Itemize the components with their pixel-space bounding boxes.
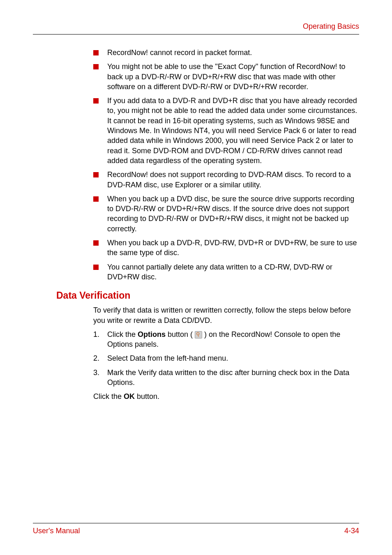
footer-left: User's Manual	[33, 527, 80, 535]
bullet-item: You cannot partially delete any data wri…	[93, 262, 359, 282]
page-header: Operating Basics	[33, 22, 359, 35]
closing-prefix: Click the	[93, 392, 124, 401]
step-item: Select Data from the left-hand menu.	[93, 353, 359, 363]
bullet-list: RecordNow! cannot record in packet forma…	[93, 48, 359, 282]
bullet-item: If you add data to a DVD-R and DVD+R dis…	[93, 96, 359, 166]
footer-right: 4-34	[344, 527, 359, 535]
step1-mid: button (	[166, 330, 195, 339]
closing-suffix: button.	[135, 392, 159, 401]
numbered-list: Click the Options button ( ) on the Reco…	[93, 329, 359, 387]
bullet-item: RecordNow! cannot record in packet forma…	[93, 48, 359, 58]
main-content: RecordNow! cannot record in packet forma…	[33, 48, 359, 402]
options-icon	[195, 331, 202, 339]
step-item: Mark the Verify data written to the disc…	[93, 368, 359, 388]
closing-bold: OK	[124, 392, 135, 401]
bullet-item: When you back up a DVD disc, be sure the…	[93, 194, 359, 234]
section-intro: To verify that data is written or rewrit…	[93, 305, 359, 325]
header-title: Operating Basics	[303, 22, 359, 30]
bullet-item: When you back up a DVD-R, DVD-RW, DVD+R …	[93, 238, 359, 258]
page-footer: User's Manual 4-34	[33, 523, 359, 535]
section-heading: Data Verification	[56, 290, 359, 301]
closing-text: Click the OK button.	[93, 391, 359, 401]
step-item: Click the Options button ( ) on the Reco…	[93, 329, 359, 350]
step1-prefix: Click the	[107, 330, 138, 339]
step1-bold: Options	[138, 330, 166, 339]
bullet-item: RecordNow! does not support recording to…	[93, 170, 359, 190]
bullet-item: You might not be able to use the "Exact …	[93, 62, 359, 92]
